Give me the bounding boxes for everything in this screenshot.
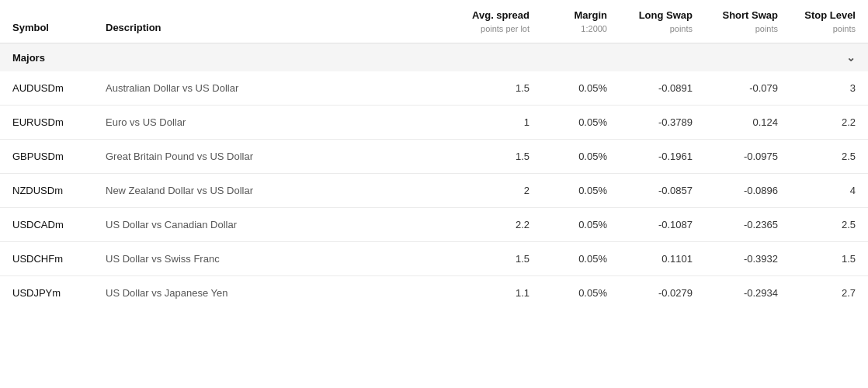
avg-spread-cell: 1.1 [436,287,529,299]
table-row: USDCHFm US Dollar vs Swiss Franc 1.5 0.0… [0,242,868,276]
long-swap-header: Long Swap points [607,9,693,33]
margin-header: Margin 1:2000 [529,9,607,33]
short-swap-cell: -0.0896 [693,185,778,196]
rows-container: AUDUSDm Australian Dollar vs US Dollar 1… [0,71,868,310]
trading-table: Symbol Description Avg. spread points pe… [0,0,868,310]
long-swap-cell: -0.0891 [607,82,693,94]
description-cell: Euro vs US Dollar [106,116,436,128]
table-row: USDCADm US Dollar vs Canadian Dollar 2.2… [0,208,868,242]
symbol-cell: USDCHFm [12,253,106,265]
description-cell: New Zealand Dollar vs US Dollar [106,185,436,196]
stop-level-cell: 3 [778,82,856,94]
symbol-cell: AUDUSDm [12,82,106,94]
stop-level-cell: 2.5 [778,219,856,230]
table-row: EURUSDm Euro vs US Dollar 1 0.05% -0.378… [0,106,868,140]
avg-spread-header: Avg. spread points per lot [436,9,529,33]
long-swap-cell: -0.0279 [607,287,693,299]
table-row: GBPUSDm Great Britain Pound vs US Dollar… [0,140,868,174]
description-cell: Great Britain Pound vs US Dollar [106,151,436,162]
stop-level-cell: 2.7 [778,287,856,299]
margin-cell: 0.05% [529,253,607,265]
long-swap-cell: -0.1961 [607,151,693,162]
avg-spread-cell: 1.5 [436,151,529,162]
margin-cell: 0.05% [529,151,607,162]
short-swap-cell: -0.079 [693,82,778,94]
symbol-cell: GBPUSDm [12,151,106,162]
short-swap-header: Short Swap points [693,9,778,33]
avg-spread-cell: 1 [436,116,529,128]
symbol-cell: NZDUSDm [12,185,106,196]
long-swap-cell: -0.1087 [607,219,693,230]
margin-cell: 0.05% [529,287,607,299]
long-swap-cell: 0.1101 [607,253,693,265]
description-cell: US Dollar vs Canadian Dollar [106,219,436,230]
margin-cell: 0.05% [529,219,607,230]
table-row: USDJPYm US Dollar vs Japanese Yen 1.1 0.… [0,276,868,310]
stop-level-cell: 1.5 [778,253,856,265]
table-header: Symbol Description Avg. spread points pe… [0,0,868,43]
short-swap-cell: -0.3932 [693,253,778,265]
stop-level-cell: 4 [778,185,856,196]
short-swap-cell: -0.2365 [693,219,778,230]
symbol-cell: USDCADm [12,219,106,230]
avg-spread-cell: 2 [436,185,529,196]
short-swap-cell: -0.2934 [693,287,778,299]
short-swap-cell: -0.0975 [693,151,778,162]
description-cell: US Dollar vs Japanese Yen [106,287,436,299]
description-cell: Australian Dollar vs US Dollar [106,82,436,94]
table-row: AUDUSDm Australian Dollar vs US Dollar 1… [0,71,868,106]
avg-spread-cell: 2.2 [436,219,529,230]
description-cell: US Dollar vs Swiss Franc [106,253,436,265]
margin-cell: 0.05% [529,116,607,128]
stop-level-cell: 2.5 [778,151,856,162]
section-title: Majors ⌄ [12,51,856,64]
symbol-header: Symbol [12,22,106,33]
description-header: Description [106,22,436,33]
short-swap-cell: 0.124 [693,116,778,128]
majors-section-header[interactable]: Majors ⌄ [0,43,868,71]
long-swap-cell: -0.3789 [607,116,693,128]
table-row: NZDUSDm New Zealand Dollar vs US Dollar … [0,174,868,208]
stop-level-cell: 2.2 [778,116,856,128]
stop-level-header: Stop Level points [778,9,856,33]
long-swap-cell: -0.0857 [607,185,693,196]
margin-cell: 0.05% [529,185,607,196]
margin-cell: 0.05% [529,82,607,94]
chevron-down-icon: ⌄ [846,51,856,64]
symbol-cell: USDJPYm [12,287,106,299]
avg-spread-cell: 1.5 [436,253,529,265]
avg-spread-cell: 1.5 [436,82,529,94]
symbol-cell: EURUSDm [12,116,106,128]
